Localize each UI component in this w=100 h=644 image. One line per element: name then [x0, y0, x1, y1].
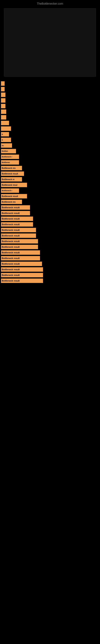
result-bar: Bottleneck result [1, 262, 42, 266]
list-item: Bottleneck result [0, 194, 100, 199]
list-item: Bottleneck result [0, 227, 100, 233]
result-bar [1, 87, 4, 91]
items-container: BBBoBottlenBottleneck rBottlenecBottlene… [0, 79, 100, 286]
result-bar: Bottleneck result [1, 267, 43, 272]
result-bar: Bottleneck result [1, 245, 38, 249]
result-bar [1, 110, 6, 114]
list-item: Bottleneck result [0, 272, 100, 278]
result-bar: Bottleneck resul [1, 183, 27, 187]
list-item: Bottleneck re [0, 176, 100, 182]
result-bar: B [1, 132, 9, 136]
result-bar: Bottleneck result [1, 172, 24, 176]
list-item: Bottleneck result [0, 216, 100, 222]
list-item: Bottleneck result [0, 205, 100, 210]
list-item: Bottleneck result [0, 261, 100, 267]
list-item: Bottleneck result [0, 238, 100, 244]
list-item: Bottlenec [0, 160, 100, 165]
list-item: Bottleneck result [0, 250, 100, 256]
list-item: Bottleneck result [0, 256, 100, 261]
result-bar: Bottleneck result [1, 194, 27, 198]
list-item: Bottleneck r [0, 154, 100, 160]
list-item [0, 114, 100, 120]
list-item: Bottleneck result [0, 244, 100, 250]
result-bar: Bottleneck result [1, 216, 33, 221]
result-bar: Bottleneck result [1, 205, 30, 210]
chart-area [4, 8, 96, 77]
list-item: Bottleneck result [0, 210, 100, 216]
list-item: Bottleneck result [0, 171, 100, 176]
list-item [0, 92, 100, 98]
result-bar: Bottleneck r [1, 188, 19, 193]
result-bar: Bottleneck result [1, 256, 40, 260]
list-item: B [0, 137, 100, 143]
list-item [0, 120, 100, 126]
list-item: Bottleneck result [0, 267, 100, 272]
result-bar [1, 115, 6, 120]
result-bar: B [1, 138, 11, 142]
list-item [0, 126, 100, 132]
result-bar: Bottlenec [1, 160, 19, 164]
list-item: B [0, 132, 100, 137]
list-item: Bottleneck result [0, 222, 100, 227]
site-title: TheBottlenecker.com [0, 0, 100, 6]
list-item [0, 98, 100, 103]
result-bar [1, 104, 5, 108]
list-item: Bottleneck resul [0, 182, 100, 188]
list-item [0, 81, 100, 86]
list-item [0, 109, 100, 114]
result-bar: Bottleneck r [1, 154, 19, 159]
result-bar: Bo [1, 143, 12, 148]
result-bar: Bottleneck result [1, 228, 36, 232]
list-item [0, 103, 100, 109]
list-item: Bottleneck result [0, 278, 100, 284]
result-bar: Bottleneck result [1, 250, 40, 255]
result-bar: Bottlen [1, 149, 16, 153]
result-bar [1, 121, 9, 125]
result-bar: Bottleneck re [1, 177, 22, 182]
list-item: Bo [0, 143, 100, 148]
result-bar: Bottleneck result [1, 239, 38, 244]
result-bar [1, 81, 4, 86]
list-item [0, 86, 100, 92]
result-bar: Bottleneck result [1, 234, 36, 238]
result-bar [1, 98, 5, 103]
result-bar: Bottleneck result [1, 278, 43, 283]
result-bar: Bottleneck res [1, 200, 22, 204]
list-item: Bottleneck res [0, 165, 100, 171]
result-bar [1, 92, 5, 97]
list-item: Bottleneck res [0, 199, 100, 205]
result-bar: Bottleneck res [1, 166, 22, 170]
list-item: Bottleneck r [0, 188, 100, 194]
result-bar: Bottleneck result [1, 211, 30, 215]
list-item: Bottleneck result [0, 233, 100, 238]
result-bar [1, 126, 11, 131]
result-bar: Bottleneck result [1, 222, 33, 226]
list-item: Bottlen [0, 148, 100, 154]
result-bar: Bottleneck result [1, 273, 43, 277]
